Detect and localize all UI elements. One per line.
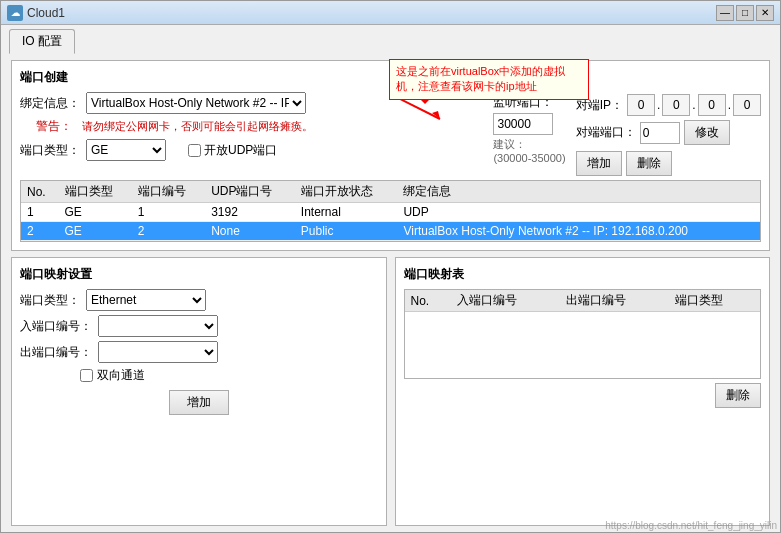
mapping-port-type-row: 端口类型： Ethernet	[20, 289, 378, 311]
port-mapping-settings-title: 端口映射设置	[20, 266, 378, 283]
main-window: ☁ Cloud1 — □ ✕ IO 配置 端口创建 这是之前在virtualBo…	[0, 0, 781, 533]
in-port-select[interactable]	[98, 315, 218, 337]
port-mapping-table-section: 端口映射表 No. 入端口编号 出端口编号 端口类型	[395, 257, 771, 526]
tab-bar: IO 配置	[1, 25, 780, 54]
port-type-row: 端口类型： GE 开放UDP端口	[20, 139, 483, 161]
title-bar: ☁ Cloud1 — □ ✕	[1, 1, 780, 25]
col-binding: 绑定信息	[397, 181, 760, 203]
map-col-in: 入端口编号	[451, 290, 560, 312]
remote-port-label: 对端端口：	[576, 124, 636, 141]
remote-port-input[interactable]	[640, 122, 680, 144]
add-port-button[interactable]: 增加	[576, 151, 622, 176]
col-udp-port: UDP端口号	[205, 181, 295, 203]
modify-button[interactable]: 修改	[684, 120, 730, 145]
binding-select[interactable]: VirtualBox Host-Only Network #2 -- IP: 1…	[86, 92, 306, 114]
table-cell-udpPort: None	[205, 222, 295, 241]
table-cell-no: 1	[21, 203, 59, 222]
mapping-port-type-select[interactable]: Ethernet	[86, 289, 206, 311]
remote-port-row: 对端端口： 修改	[576, 120, 761, 145]
table-cell-binding: UDP	[397, 203, 760, 222]
out-port-row: 出端口编号：	[20, 341, 378, 363]
table-row[interactable]: 1GE13192InternalUDP	[21, 203, 760, 222]
remote-ip-row: 对端IP： 0 . 0 . 0 . 0	[576, 94, 761, 116]
in-port-label: 入端口编号：	[20, 318, 92, 335]
port-type-label: 端口类型：	[20, 142, 80, 159]
ip-octet-2: 0	[662, 94, 690, 116]
out-port-select[interactable]	[98, 341, 218, 363]
listen-port-area: 监听端口： 建议：(30000-35000)	[493, 94, 565, 166]
window-title: Cloud1	[27, 6, 716, 20]
mapping-port-type-label: 端口类型：	[20, 292, 80, 309]
bidirectional-label: 双向通道	[97, 367, 145, 384]
port-table-container: No. 端口类型 端口编号 UDP端口号 端口开放状态 绑定信息 1GE1319…	[20, 180, 761, 242]
col-no: No.	[21, 181, 59, 203]
port-type-select[interactable]: GE	[86, 139, 166, 161]
mapping-table: No. 入端口编号 出端口编号 端口类型	[405, 290, 761, 312]
port-mapping-table-title: 端口映射表	[404, 266, 762, 283]
listen-port-input[interactable]	[493, 113, 553, 135]
ip-octet-1: 0	[627, 94, 655, 116]
mapping-table-container: No. 入端口编号 出端口编号 端口类型	[404, 289, 762, 379]
table-cell-portType: GE	[59, 203, 132, 222]
table-cell-portNo: 2	[132, 222, 205, 241]
listen-port-hint: 建议：(30000-35000)	[493, 137, 565, 166]
table-cell-no: 2	[21, 222, 59, 241]
udp-checkbox[interactable]	[188, 144, 201, 157]
main-content: 端口创建 这是之前在virtualBox中添加的虚拟机，注意查看该网卡的ip地址…	[1, 54, 780, 532]
close-button[interactable]: ✕	[756, 5, 774, 21]
mapping-delete-button[interactable]: 删除	[715, 383, 761, 408]
delete-port-button[interactable]: 删除	[626, 151, 672, 176]
bidirectional-checkbox[interactable]	[80, 369, 93, 382]
map-col-no: No.	[405, 290, 451, 312]
port-table: No. 端口类型 端口编号 UDP端口号 端口开放状态 绑定信息 1GE1319…	[21, 181, 760, 241]
table-cell-openState: Public	[295, 222, 398, 241]
table-cell-udpPort: 3192	[205, 203, 295, 222]
add-del-buttons: 增加 删除	[576, 151, 761, 176]
table-cell-portNo: 1	[132, 203, 205, 222]
bottom-sections: 端口映射设置 端口类型： Ethernet 入端口编号： 出端口编号：	[11, 257, 770, 526]
window-icon: ☁	[7, 5, 23, 21]
ip-octet-3: 0	[698, 94, 726, 116]
ip-octet-4: 0	[733, 94, 761, 116]
minimize-button[interactable]: —	[716, 5, 734, 21]
bidirectional-row[interactable]: 双向通道	[80, 367, 378, 384]
in-port-row: 入端口编号：	[20, 315, 378, 337]
col-port-type: 端口类型	[59, 181, 132, 203]
udp-checkbox-label[interactable]: 开放UDP端口	[188, 142, 277, 159]
out-port-label: 出端口编号：	[20, 344, 92, 361]
warning-text: 请勿绑定公网网卡，否则可能会引起网络瘫痪。	[82, 119, 313, 134]
svg-line-0	[400, 99, 440, 119]
mapping-delete-row: 删除	[404, 383, 762, 408]
table-cell-binding: VirtualBox Host-Only Network #2 -- IP: 1…	[397, 222, 760, 241]
remote-ip-area: 对端IP： 0 . 0 . 0 . 0	[576, 94, 761, 176]
title-buttons: — □ ✕	[716, 5, 774, 21]
tab-io-config[interactable]: IO 配置	[9, 29, 75, 54]
ip-input: 0 . 0 . 0 . 0	[627, 94, 761, 116]
map-col-out: 出端口编号	[560, 290, 669, 312]
mapping-add-button[interactable]: 增加	[169, 390, 229, 415]
maximize-button[interactable]: □	[736, 5, 754, 21]
warning-label: 警告：	[20, 118, 72, 135]
table-cell-portType: GE	[59, 222, 132, 241]
port-creation-section: 端口创建 这是之前在virtualBox中添加的虚拟机，注意查看该网卡的ip地址…	[11, 60, 770, 251]
port-mapping-settings: 端口映射设置 端口类型： Ethernet 入端口编号： 出端口编号：	[11, 257, 387, 526]
table-row[interactable]: 2GE2NonePublicVirtualBox Host-Only Netwo…	[21, 222, 760, 241]
col-open-state: 端口开放状态	[295, 181, 398, 203]
map-col-type: 端口类型	[669, 290, 760, 312]
watermark: https://blog.csdn.net/hit_feng_jing_yili…	[605, 520, 777, 531]
binding-label: 绑定信息：	[20, 95, 80, 112]
mapping-add-row: 增加	[20, 390, 378, 415]
tooltip: 这是之前在virtualBox中添加的虚拟机，注意查看该网卡的ip地址	[389, 59, 589, 100]
table-cell-openState: Internal	[295, 203, 398, 222]
col-port-no: 端口编号	[132, 181, 205, 203]
